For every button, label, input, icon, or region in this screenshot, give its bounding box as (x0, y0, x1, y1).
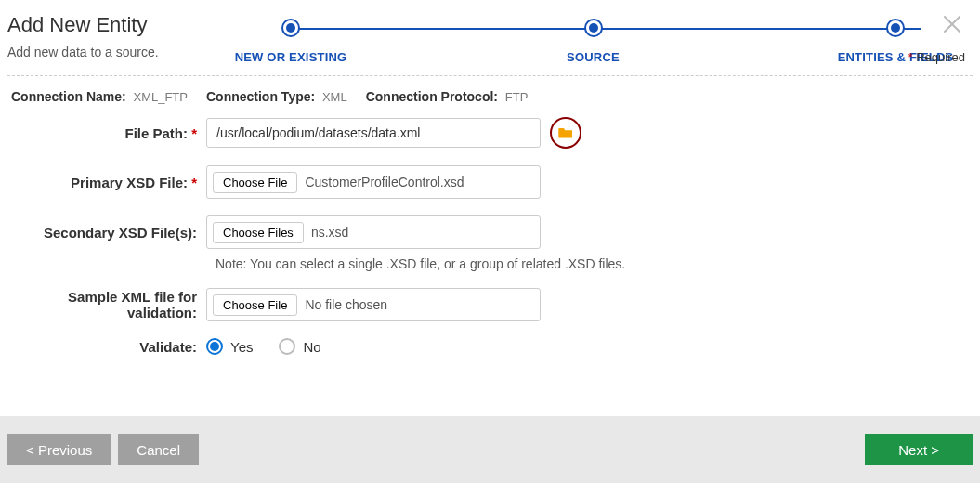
primary-xsd-label: Primary XSD File: * (11, 175, 206, 190)
wizard-footer: < Previous Cancel Next > (0, 416, 980, 483)
secondary-xsd-field[interactable]: Choose Files ns.xsd (206, 215, 541, 249)
next-button[interactable]: Next > (865, 434, 973, 465)
connection-type-value: XML (322, 90, 347, 104)
entity-form: File Path: * Primary XSD File: * Choose … (0, 117, 980, 355)
radio-off-icon (279, 338, 295, 355)
radio-on-icon (206, 338, 223, 355)
secondary-xsd-label: Secondary XSD File(s): (11, 225, 206, 241)
secondary-xsd-note: Note: You can select a single .XSD file,… (216, 256, 969, 271)
folder-icon (557, 126, 574, 139)
divider (7, 75, 973, 76)
sample-xml-choose-button[interactable]: Choose File (213, 294, 297, 316)
file-path-label: File Path: * (11, 125, 206, 141)
required-indicator: * Required (908, 50, 965, 64)
primary-xsd-field[interactable]: Choose File CustomerProfileControl.xsd (206, 165, 541, 199)
sample-xml-label: Sample XML file for validation: (11, 289, 206, 320)
stepper: NEW OR EXISTING SOURCE ENTITIES & FIELDS (221, 13, 965, 64)
close-icon[interactable] (939, 11, 965, 37)
sample-xml-field[interactable]: Choose File No file chosen (206, 288, 541, 321)
sample-xml-filename: No file chosen (305, 297, 387, 312)
step-new-or-existing[interactable]: NEW OR EXISTING (221, 19, 360, 64)
connection-summary: Connection Name: XML_FTP Connection Type… (0, 89, 980, 117)
step-source[interactable]: SOURCE (524, 19, 663, 64)
previous-button[interactable]: < Previous (7, 434, 111, 465)
secondary-xsd-choose-button[interactable]: Choose Files (213, 222, 304, 243)
browse-folder-button[interactable] (550, 117, 581, 149)
primary-xsd-filename: CustomerProfileControl.xsd (305, 175, 464, 189)
secondary-xsd-filename: ns.xsd (311, 225, 348, 240)
validate-no-radio[interactable]: No (279, 338, 320, 355)
validate-label: Validate: (11, 339, 206, 355)
wizard-header: Add New Entity Add new data to a source.… (0, 0, 980, 75)
connection-protocol-label: Connection Protocol: (366, 89, 498, 104)
connection-name-value: XML_FTP (133, 90, 188, 104)
file-path-input[interactable] (206, 118, 541, 148)
connection-name-label: Connection Name: (11, 89, 126, 104)
page-subtitle: Add new data to a source. (7, 45, 221, 59)
validate-yes-radio[interactable]: Yes (206, 338, 253, 355)
connection-protocol-value: FTP (505, 90, 529, 104)
primary-xsd-choose-button[interactable]: Choose File (213, 172, 297, 193)
cancel-button[interactable]: Cancel (118, 434, 199, 465)
page-title: Add New Entity (7, 13, 221, 37)
connection-type-label: Connection Type: (206, 89, 315, 104)
